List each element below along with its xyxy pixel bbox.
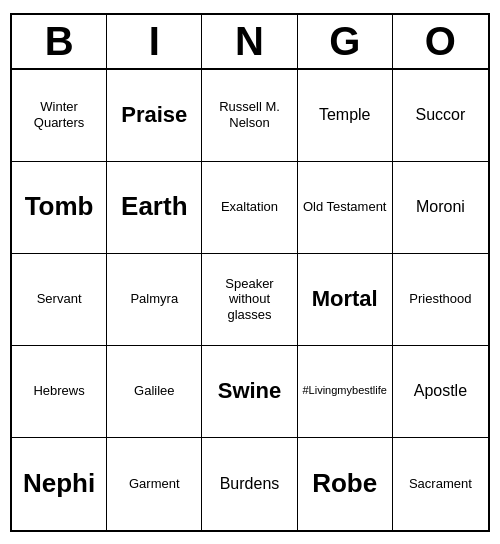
cell-text: Succor (415, 105, 465, 124)
cell-text: Apostle (414, 381, 467, 400)
bingo-cell: Succor (393, 70, 488, 162)
cell-text: Mortal (312, 286, 378, 312)
bingo-cell: Speaker without glasses (202, 254, 297, 346)
bingo-cell: Mortal (298, 254, 393, 346)
bingo-card: BINGO Winter QuartersPraiseRussell M. Ne… (10, 13, 490, 532)
bingo-cell: Moroni (393, 162, 488, 254)
bingo-cell: Garment (107, 438, 202, 530)
cell-text: Robe (312, 468, 377, 499)
bingo-cell: Robe (298, 438, 393, 530)
cell-text: Swine (218, 378, 282, 404)
cell-text: Winter Quarters (16, 99, 102, 130)
bingo-cell: Nephi (12, 438, 107, 530)
cell-text: Palmyra (130, 291, 178, 307)
cell-text: Praise (121, 102, 187, 128)
cell-text: Burdens (220, 474, 280, 493)
cell-text: Earth (121, 191, 187, 222)
header-letter: N (202, 15, 297, 68)
bingo-cell: Burdens (202, 438, 297, 530)
cell-text: Russell M. Nelson (206, 99, 292, 130)
bingo-cell: Palmyra (107, 254, 202, 346)
header-letter: O (393, 15, 488, 68)
bingo-cell: Hebrews (12, 346, 107, 438)
cell-text: Galilee (134, 383, 174, 399)
cell-text: Tomb (25, 191, 94, 222)
cell-text: Moroni (416, 197, 465, 216)
bingo-cell: Apostle (393, 346, 488, 438)
cell-text: Nephi (23, 468, 95, 499)
cell-text: #Livingmybestlife (303, 384, 387, 397)
bingo-cell: Russell M. Nelson (202, 70, 297, 162)
bingo-cell: Earth (107, 162, 202, 254)
bingo-cell: Swine (202, 346, 297, 438)
bingo-cell: Sacrament (393, 438, 488, 530)
bingo-cell: Tomb (12, 162, 107, 254)
bingo-cell: Exaltation (202, 162, 297, 254)
cell-text: Temple (319, 105, 371, 124)
cell-text: Garment (129, 476, 180, 492)
cell-text: Priesthood (409, 291, 471, 307)
cell-text: Hebrews (33, 383, 84, 399)
bingo-cell: Servant (12, 254, 107, 346)
bingo-grid: Winter QuartersPraiseRussell M. NelsonTe… (12, 70, 488, 530)
cell-text: Sacrament (409, 476, 472, 492)
cell-text: Exaltation (221, 199, 278, 215)
bingo-cell: Praise (107, 70, 202, 162)
header-letter: I (107, 15, 202, 68)
bingo-cell: Winter Quarters (12, 70, 107, 162)
bingo-cell: Old Testament (298, 162, 393, 254)
bingo-cell: Galilee (107, 346, 202, 438)
cell-text: Servant (37, 291, 82, 307)
bingo-header: BINGO (12, 15, 488, 70)
header-letter: B (12, 15, 107, 68)
header-letter: G (298, 15, 393, 68)
cell-text: Old Testament (303, 199, 387, 215)
bingo-cell: Priesthood (393, 254, 488, 346)
cell-text: Speaker without glasses (206, 276, 292, 323)
bingo-cell: #Livingmybestlife (298, 346, 393, 438)
bingo-cell: Temple (298, 70, 393, 162)
